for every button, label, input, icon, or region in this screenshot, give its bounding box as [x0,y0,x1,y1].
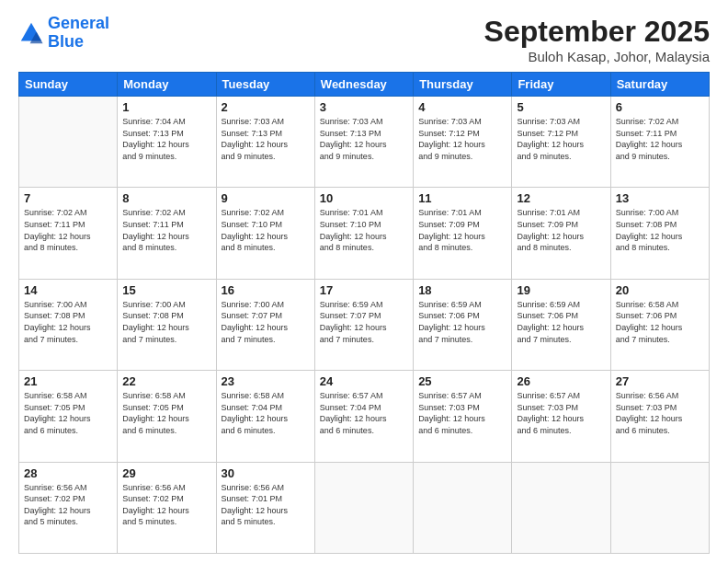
calendar-cell [414,462,512,553]
day-number: 23 [222,374,310,388]
day-info: Sunrise: 7:03 AM Sunset: 7:12 PM Dayligh… [517,116,605,162]
day-info: Sunrise: 6:57 AM Sunset: 7:03 PM Dayligh… [418,390,506,436]
day-number: 7 [24,191,112,205]
day-info: Sunrise: 7:02 AM Sunset: 7:10 PM Dayligh… [222,207,310,253]
calendar-week-row-4: 21Sunrise: 6:58 AM Sunset: 7:05 PM Dayli… [19,371,710,462]
day-info: Sunrise: 7:02 AM Sunset: 7:11 PM Dayligh… [24,207,112,253]
day-info: Sunrise: 7:00 AM Sunset: 7:08 PM Dayligh… [24,299,112,345]
day-info: Sunrise: 7:03 AM Sunset: 7:13 PM Dayligh… [222,116,310,162]
day-number: 2 [222,100,310,114]
calendar-cell: 27Sunrise: 6:56 AM Sunset: 7:03 PM Dayli… [610,371,709,462]
logo-text: General Blue [48,15,109,52]
calendar-cell: 8Sunrise: 7:02 AM Sunset: 7:11 PM Daylig… [118,188,216,279]
calendar-cell: 4Sunrise: 7:03 AM Sunset: 7:12 PM Daylig… [414,97,512,188]
day-info: Sunrise: 7:04 AM Sunset: 7:13 PM Dayligh… [122,116,210,162]
day-info: Sunrise: 6:56 AM Sunset: 7:03 PM Dayligh… [616,390,704,436]
day-info: Sunrise: 6:56 AM Sunset: 7:02 PM Dayligh… [122,482,210,528]
calendar-cell [610,462,709,553]
day-number: 24 [320,374,408,388]
day-info: Sunrise: 7:00 AM Sunset: 7:08 PM Dayligh… [616,207,704,253]
calendar-cell: 6Sunrise: 7:02 AM Sunset: 7:11 PM Daylig… [610,97,709,188]
day-number: 6 [616,100,704,114]
day-info: Sunrise: 6:59 AM Sunset: 7:06 PM Dayligh… [517,299,605,345]
calendar-cell: 26Sunrise: 6:57 AM Sunset: 7:03 PM Dayli… [512,371,610,462]
calendar-cell: 22Sunrise: 6:58 AM Sunset: 7:05 PM Dayli… [118,371,216,462]
day-number: 9 [222,191,310,205]
calendar-cell: 5Sunrise: 7:03 AM Sunset: 7:12 PM Daylig… [512,97,610,188]
calendar-cell: 21Sunrise: 6:58 AM Sunset: 7:05 PM Dayli… [19,371,118,462]
day-info: Sunrise: 7:02 AM Sunset: 7:11 PM Dayligh… [616,116,704,162]
calendar-week-row-5: 28Sunrise: 6:56 AM Sunset: 7:02 PM Dayli… [19,462,710,553]
day-info: Sunrise: 7:01 AM Sunset: 7:09 PM Dayligh… [517,207,605,253]
day-info: Sunrise: 7:00 AM Sunset: 7:07 PM Dayligh… [222,299,310,345]
day-info: Sunrise: 6:58 AM Sunset: 7:04 PM Dayligh… [222,390,310,436]
calendar-cell: 28Sunrise: 6:56 AM Sunset: 7:02 PM Dayli… [19,462,118,553]
day-number: 16 [222,283,310,297]
calendar-cell: 12Sunrise: 7:01 AM Sunset: 7:09 PM Dayli… [512,188,610,279]
calendar-cell: 24Sunrise: 6:57 AM Sunset: 7:04 PM Dayli… [314,371,413,462]
day-info: Sunrise: 7:01 AM Sunset: 7:10 PM Dayligh… [320,207,408,253]
col-wednesday: Wednesday [314,73,413,97]
col-thursday: Thursday [414,73,512,97]
calendar-cell: 9Sunrise: 7:02 AM Sunset: 7:10 PM Daylig… [216,188,314,279]
day-info: Sunrise: 6:58 AM Sunset: 7:05 PM Dayligh… [122,390,210,436]
calendar-week-row-3: 14Sunrise: 7:00 AM Sunset: 7:08 PM Dayli… [19,279,710,370]
day-number: 3 [320,100,408,114]
day-info: Sunrise: 6:57 AM Sunset: 7:04 PM Dayligh… [320,390,408,436]
day-number: 26 [517,374,605,388]
calendar-cell: 1Sunrise: 7:04 AM Sunset: 7:13 PM Daylig… [118,97,216,188]
calendar-cell: 30Sunrise: 6:56 AM Sunset: 7:01 PM Dayli… [216,462,314,553]
day-number: 20 [616,283,704,297]
col-saturday: Saturday [610,73,709,97]
day-info: Sunrise: 6:58 AM Sunset: 7:05 PM Dayligh… [24,390,112,436]
calendar-cell: 10Sunrise: 7:01 AM Sunset: 7:10 PM Dayli… [314,188,413,279]
day-info: Sunrise: 7:03 AM Sunset: 7:13 PM Dayligh… [320,116,408,162]
day-number: 27 [616,374,704,388]
day-info: Sunrise: 7:00 AM Sunset: 7:08 PM Dayligh… [122,299,210,345]
calendar-cell: 17Sunrise: 6:59 AM Sunset: 7:07 PM Dayli… [314,279,413,370]
header: General Blue September 2025 Buloh Kasap,… [18,15,710,64]
calendar-week-row-1: 1Sunrise: 7:04 AM Sunset: 7:13 PM Daylig… [19,97,710,188]
month-title: September 2025 [484,15,710,49]
day-number: 21 [24,374,112,388]
calendar-cell: 7Sunrise: 7:02 AM Sunset: 7:11 PM Daylig… [19,188,118,279]
day-info: Sunrise: 6:57 AM Sunset: 7:03 PM Dayligh… [517,390,605,436]
col-tuesday: Tuesday [216,73,314,97]
day-number: 14 [24,283,112,297]
day-info: Sunrise: 7:02 AM Sunset: 7:11 PM Dayligh… [122,207,210,253]
calendar-table: Sunday Monday Tuesday Wednesday Thursday… [18,72,710,554]
day-info: Sunrise: 6:56 AM Sunset: 7:01 PM Dayligh… [222,482,310,528]
calendar-cell: 3Sunrise: 7:03 AM Sunset: 7:13 PM Daylig… [314,97,413,188]
logo-line2: Blue [48,32,84,51]
day-number: 10 [320,191,408,205]
day-number: 13 [616,191,704,205]
col-friday: Friday [512,73,610,97]
day-number: 30 [222,466,310,480]
day-number: 25 [418,374,506,388]
title-area: September 2025 Buloh Kasap, Johor, Malay… [484,15,710,64]
calendar-cell: 15Sunrise: 7:00 AM Sunset: 7:08 PM Dayli… [118,279,216,370]
col-sunday: Sunday [19,73,118,97]
day-info: Sunrise: 7:01 AM Sunset: 7:09 PM Dayligh… [418,207,506,253]
calendar-cell: 20Sunrise: 6:58 AM Sunset: 7:06 PM Dayli… [610,279,709,370]
calendar-cell: 11Sunrise: 7:01 AM Sunset: 7:09 PM Dayli… [414,188,512,279]
day-number: 29 [122,466,210,480]
calendar-cell: 23Sunrise: 6:58 AM Sunset: 7:04 PM Dayli… [216,371,314,462]
col-monday: Monday [118,73,216,97]
calendar-cell: 14Sunrise: 7:00 AM Sunset: 7:08 PM Dayli… [19,279,118,370]
calendar-cell [314,462,413,553]
day-number: 17 [320,283,408,297]
logo-icon [18,20,44,46]
day-number: 19 [517,283,605,297]
logo-line1: General [48,14,109,32]
day-info: Sunrise: 6:56 AM Sunset: 7:02 PM Dayligh… [24,482,112,528]
day-number: 22 [122,374,210,388]
day-info: Sunrise: 7:03 AM Sunset: 7:12 PM Dayligh… [418,116,506,162]
calendar-cell [512,462,610,553]
day-number: 12 [517,191,605,205]
day-number: 15 [122,283,210,297]
calendar-cell: 29Sunrise: 6:56 AM Sunset: 7:02 PM Dayli… [118,462,216,553]
day-info: Sunrise: 6:58 AM Sunset: 7:06 PM Dayligh… [616,299,704,345]
calendar-cell: 16Sunrise: 7:00 AM Sunset: 7:07 PM Dayli… [216,279,314,370]
page: General Blue September 2025 Buloh Kasap,… [0,0,728,563]
